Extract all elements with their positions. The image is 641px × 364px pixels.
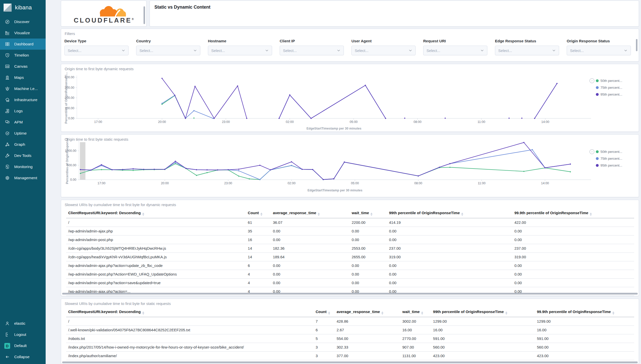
sidebar-item-machine-le[interactable]: Machine Le... — [0, 83, 46, 94]
device-type-select[interactable]: Select... — [64, 46, 129, 55]
column-header-99-9th-percentile-of-originresponsetime[interactable]: 99.9th percentile of OriginResponseTime — [512, 208, 634, 218]
filters-panel-scrollbar[interactable] — [636, 39, 637, 51]
sidebar-item-logs[interactable]: Logs — [0, 105, 46, 117]
column-header-count[interactable]: Count — [246, 208, 271, 218]
edge-response-status-select[interactable]: Select... — [495, 46, 559, 55]
value-cell: 0.00 — [271, 279, 350, 287]
data-point — [556, 83, 558, 84]
user-agent-select[interactable]: Select... — [351, 46, 416, 55]
y-tick-label: 0.00 — [70, 178, 76, 181]
value-cell: 6 — [314, 326, 335, 334]
value-cell: 36.07 — [271, 218, 350, 227]
hostname-select[interactable]: Select... — [208, 46, 272, 55]
legend-item-75th-percentile[interactable]: 75th percent... — [596, 85, 622, 90]
sidebar-item-apm[interactable]: APM — [0, 117, 46, 128]
markdown-panel-scrollbar[interactable] — [144, 6, 145, 24]
collapse-icon — [5, 355, 12, 359]
data-point — [238, 169, 239, 170]
value-cell: 16.00 — [400, 326, 431, 334]
sidebar-item-dashboard[interactable]: Dashboard — [0, 39, 46, 50]
data-point — [333, 178, 334, 179]
apm-icon — [5, 120, 12, 124]
origin-response-status-select[interactable]: Select... — [567, 46, 631, 55]
sidebar-item-collapse[interactable]: Collapse — [0, 351, 46, 362]
column-header-average-response-time[interactable]: average_response_time — [271, 208, 350, 218]
column-header-99th-percentile-of-originresponsetime[interactable]: 99th percentile of OriginResponseTime — [387, 208, 512, 218]
series-line-95th-percentile — [535, 83, 557, 118]
column-header-label: wait_time — [402, 310, 420, 314]
x-tick-label: 08:00 — [414, 181, 422, 185]
sidebar-item-visualize[interactable]: Visualize — [0, 27, 46, 39]
sidebar-item-management[interactable]: Management — [0, 172, 46, 184]
legend-expand-icon[interactable] — [590, 149, 594, 154]
data-point — [246, 118, 247, 119]
kibana-logo[interactable]: kibana — [0, 0, 46, 16]
sidebar-item-label: Dev Tools — [14, 153, 31, 158]
table-row: /wp-admin/admin-ajax.php350.000.000.000.… — [66, 227, 634, 235]
sidebar-item-dev-tools[interactable]: Dev Tools — [0, 150, 46, 161]
column-header-average-response-time[interactable]: average_response_time — [334, 307, 400, 317]
request-uri-select[interactable]: Select... — [423, 46, 487, 55]
sort-icon — [318, 213, 320, 216]
value-cell: 319.00 — [387, 253, 512, 261]
sidebar-item-maps[interactable]: Maps — [0, 72, 46, 83]
column-header-label: 99.9th percentile of OriginResponseTime — [537, 310, 611, 314]
value-cell: 7 — [314, 317, 335, 326]
sidebar-item-timelion[interactable]: Timelion — [0, 50, 46, 61]
sidebar-item-canvas[interactable]: Canvas — [0, 61, 46, 72]
data-point — [570, 171, 571, 172]
column-header-wait-time[interactable]: wait_time — [400, 307, 431, 317]
maps-icon — [5, 75, 12, 80]
value-cell: 16.00 — [535, 326, 634, 334]
table-horizontal-scrollbar[interactable] — [62, 293, 638, 295]
uri-cell: / — [66, 317, 314, 326]
table-horizontal-scrollbar[interactable] — [62, 361, 638, 363]
column-header-clientrequesturi-keyword-descending[interactable]: ClientRequestURI.keyword: Descending — [66, 208, 246, 218]
sidebar-item-default[interactable]: DDefault — [0, 340, 46, 351]
legend-item-95th-percentile[interactable]: 95th percent... — [596, 163, 622, 168]
sidebar-item-monitoring[interactable]: Monitoring — [0, 161, 46, 172]
value-cell: 0.00 — [271, 235, 350, 244]
legend-item-75th-percentile[interactable]: 75th percent... — [596, 156, 622, 161]
sidebar-item-logout[interactable]: Logout — [0, 329, 46, 340]
sidebar-item-elastic[interactable]: elastic — [0, 318, 46, 329]
sort-icon — [505, 312, 507, 315]
sidebar-item-discover[interactable]: Discover — [0, 16, 46, 27]
data-point — [289, 94, 290, 96]
sidebar-item-label: elastic — [14, 321, 25, 326]
select-placeholder: Select... — [355, 48, 368, 53]
legend-item-95th-percentile[interactable]: 95th percent... — [596, 92, 622, 97]
legend-item-50th-percentile[interactable]: 50th percent... — [596, 149, 622, 154]
table-row: /.well-known/pki-validation/054075F6A27B… — [66, 326, 634, 334]
data-point — [291, 165, 292, 166]
data-point — [217, 169, 218, 171]
client-ip-select[interactable]: Select... — [280, 46, 344, 55]
sidebar-item-uptime[interactable]: Uptime — [0, 128, 46, 139]
filter-label: Client IP — [280, 39, 344, 43]
value-cell: 560.00 — [431, 343, 535, 352]
data-point — [101, 164, 102, 166]
data-point — [194, 86, 196, 87]
data-point — [175, 161, 176, 162]
sidebar-item-graph[interactable]: Graph — [0, 139, 46, 150]
legend-expand-icon[interactable] — [590, 78, 594, 83]
legend-item-50th-percentile[interactable]: 50th percent... — [596, 78, 622, 83]
value-cell: 0.00 — [387, 279, 512, 287]
column-header-wait-time[interactable]: wait_time — [350, 208, 387, 218]
column-header-count[interactable]: Count — [314, 307, 335, 317]
legend-color-dot — [596, 79, 599, 82]
uri-cell: /robots.txt — [66, 334, 314, 343]
country-select[interactable]: Select... — [136, 46, 200, 55]
column-header-99-9th-percentile-of-originresponsetime[interactable]: 99.9th percentile of OriginResponseTime — [535, 307, 634, 317]
sidebar-item-infrastructure[interactable]: Infrastructure — [0, 94, 46, 105]
column-header-clientrequesturi-keyword-descending[interactable]: ClientRequestURI.keyword: Descending — [66, 307, 314, 317]
value-cell: 2.67 — [334, 326, 400, 334]
table-row: /7428.863002.001299.001299.00 — [66, 317, 634, 326]
select-placeholder: Select... — [426, 48, 440, 53]
data-point — [80, 169, 81, 170]
value-cell: 0.00 — [387, 227, 512, 235]
user-icon — [5, 321, 12, 326]
data-point — [532, 149, 533, 150]
column-header-99th-percentile-of-originresponsetime[interactable]: 99th percentile of OriginResponseTime — [431, 307, 535, 317]
value-cell: 0.00 — [387, 270, 512, 279]
